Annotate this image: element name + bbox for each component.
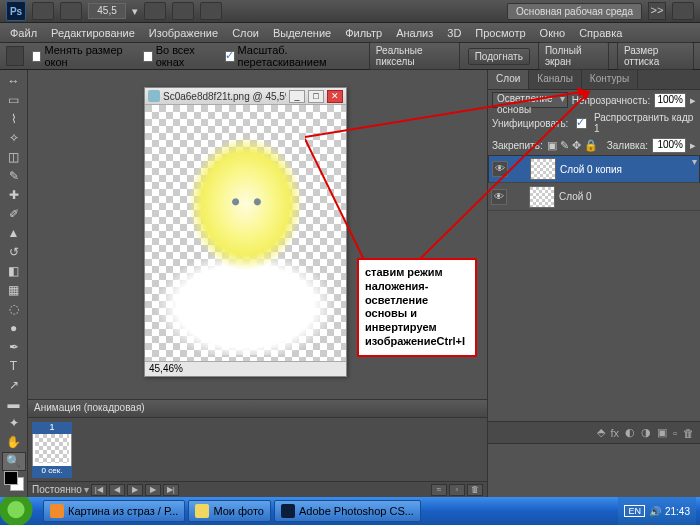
blur-tool-icon[interactable]: ◌ <box>2 300 26 319</box>
eyedropper-tool-icon[interactable]: ✎ <box>2 167 26 186</box>
start-button[interactable] <box>0 497 40 525</box>
layer-panel-buttons: ⬘ fx ◐ ◑ ▣ ▫ 🗑 <box>488 421 700 443</box>
menu-image[interactable]: Изображение <box>143 25 224 41</box>
move-tool-icon[interactable]: ↔ <box>2 72 26 91</box>
hand-icon[interactable] <box>144 2 166 20</box>
brush-tool-icon[interactable]: ✐ <box>2 205 26 224</box>
zoom-tool-icon[interactable]: 🔍 <box>2 452 26 471</box>
document-window[interactable]: Sc0a6e8d8f21t.png @ 45,5% (Сл...) _ □ ✕ … <box>144 87 347 377</box>
minimize-icon[interactable]: _ <box>289 90 305 103</box>
new-layer-icon[interactable]: ▫ <box>673 427 677 439</box>
document-canvas[interactable] <box>145 105 346 361</box>
zoom-field[interactable]: 45,5 <box>88 3 126 19</box>
adjust-icon[interactable]: ◑ <box>641 426 651 439</box>
fx-icon[interactable]: fx <box>611 427 620 439</box>
blend-mode-select[interactable]: Осветление основы <box>492 92 568 108</box>
btn-fit[interactable]: Подогнать <box>468 48 530 65</box>
tab-paths[interactable]: Контуры <box>582 70 638 89</box>
visibility-icon[interactable]: 👁 <box>491 189 507 205</box>
delete-layer-icon[interactable]: 🗑 <box>683 427 694 439</box>
arrange-icon[interactable] <box>172 2 194 20</box>
path-tool-icon[interactable]: ↗ <box>2 376 26 395</box>
document-status: 45,46% <box>145 361 346 376</box>
menu-3d[interactable]: 3D <box>441 25 467 41</box>
dodge-tool-icon[interactable]: ● <box>2 319 26 338</box>
menu-file[interactable]: Файл <box>4 25 43 41</box>
options-bar: Менять размер окон Во всех окнах Масштаб… <box>0 43 700 70</box>
menu-layer[interactable]: Слои <box>226 25 265 41</box>
menu-analysis[interactable]: Анализ <box>390 25 439 41</box>
menu-edit[interactable]: Редактирование <box>45 25 141 41</box>
marquee-tool-icon[interactable]: ▭ <box>2 91 26 110</box>
type-tool-icon[interactable]: T <box>2 357 26 376</box>
fill-field[interactable]: 100% <box>652 138 686 153</box>
btn-print-size[interactable]: Размер оттиска <box>617 42 694 70</box>
loop-select[interactable]: Постоянно <box>32 484 82 495</box>
gradient-tool-icon[interactable]: ▦ <box>2 281 26 300</box>
workspace-button[interactable]: Основная рабочая среда <box>507 3 642 20</box>
zoom-tool-icon[interactable] <box>6 46 24 66</box>
taskbar-item[interactable]: Картина из страз / Р... <box>43 500 185 522</box>
play-icon[interactable]: ▶ <box>127 484 143 496</box>
propagate-checkbox[interactable] <box>576 118 587 129</box>
tab-layers[interactable]: Слои <box>488 70 529 89</box>
heal-tool-icon[interactable]: ✚ <box>2 186 26 205</box>
maximize-icon[interactable]: □ <box>308 90 324 103</box>
history-brush-icon[interactable]: ↺ <box>2 243 26 262</box>
menu-help[interactable]: Справка <box>573 25 628 41</box>
btn-full-screen[interactable]: Полный экран <box>538 42 609 70</box>
color-swatches[interactable] <box>4 471 24 491</box>
link-icon[interactable]: ⬘ <box>597 426 605 439</box>
opt-all-windows[interactable]: Во всех окнах <box>143 44 217 68</box>
close-icon[interactable]: ✕ <box>327 90 343 103</box>
menu-view[interactable]: Просмотр <box>469 25 531 41</box>
animation-frame[interactable]: 1 0 сек. <box>32 422 72 478</box>
new-frame-icon[interactable]: ▫ <box>449 484 465 496</box>
document-titlebar[interactable]: Sc0a6e8d8f21t.png @ 45,5% (Сл...) _ □ ✕ <box>145 88 346 105</box>
menu-select[interactable]: Выделение <box>267 25 337 41</box>
chevron-right-icon[interactable]: >> <box>648 2 666 20</box>
layer-name[interactable]: Слой 0 <box>559 191 592 202</box>
taskbar-item[interactable]: Adobe Photoshop CS... <box>274 500 421 522</box>
history-icon[interactable] <box>60 2 82 20</box>
group-icon[interactable]: ▣ <box>657 426 667 439</box>
layer-row[interactable]: 👁 Слой 0 <box>488 183 700 211</box>
mask-icon[interactable]: ◐ <box>625 426 635 439</box>
menu-filter[interactable]: Фильтр <box>339 25 388 41</box>
clock: 21:43 <box>665 506 690 517</box>
wand-tool-icon[interactable]: ✧ <box>2 129 26 148</box>
visibility-icon[interactable]: 👁 <box>492 161 508 177</box>
lasso-tool-icon[interactable]: ⌇ <box>2 110 26 129</box>
unify-label: Унифицировать: <box>492 118 568 129</box>
taskbar-item[interactable]: Мои фото <box>188 500 271 522</box>
tween-icon[interactable]: ≈ <box>431 484 447 496</box>
tab-channels[interactable]: Каналы <box>529 70 582 89</box>
layer-row[interactable]: 👁 Слой 0 копия <box>488 155 700 183</box>
first-frame-icon[interactable]: |◀ <box>91 484 107 496</box>
3d-tool-icon[interactable]: ✦ <box>2 414 26 433</box>
pen-tool-icon[interactable]: ✒ <box>2 338 26 357</box>
menu-window[interactable]: Окно <box>534 25 572 41</box>
bridge-icon[interactable] <box>32 2 54 20</box>
prev-frame-icon[interactable]: ◀ <box>109 484 125 496</box>
opacity-field[interactable]: 100% <box>654 93 686 108</box>
search-icon[interactable] <box>672 2 694 20</box>
next-frame-icon[interactable]: ▶ <box>145 484 161 496</box>
stamp-tool-icon[interactable]: ▲ <box>2 224 26 243</box>
eraser-tool-icon[interactable]: ◧ <box>2 262 26 281</box>
delete-frame-icon[interactable]: 🗑 <box>467 484 483 496</box>
document-title: Sc0a6e8d8f21t.png @ 45,5% (Сл...) <box>163 91 286 102</box>
language-indicator[interactable]: EN <box>624 505 645 517</box>
last-frame-icon[interactable]: ▶| <box>163 484 179 496</box>
opt-resize[interactable]: Менять размер окон <box>32 44 135 68</box>
screen-mode-icon[interactable] <box>200 2 222 20</box>
opt-drag-scale[interactable]: Масштаб. перетаскиванием <box>225 44 361 68</box>
btn-real-pixels[interactable]: Реальные пикселы <box>369 42 460 70</box>
animation-panel-title[interactable]: Анимация (покадровая) <box>28 400 487 418</box>
animation-controls: Постоянно▾ |◀ ◀ ▶ ▶ ▶| ≈ ▫ 🗑 <box>28 481 487 497</box>
layer-name[interactable]: Слой 0 копия <box>560 164 622 175</box>
hand-tool-icon[interactable]: ✋ <box>2 433 26 452</box>
system-tray[interactable]: EN 🔊 21:43 <box>618 497 696 525</box>
crop-tool-icon[interactable]: ◫ <box>2 148 26 167</box>
shape-tool-icon[interactable]: ▬ <box>2 395 26 414</box>
